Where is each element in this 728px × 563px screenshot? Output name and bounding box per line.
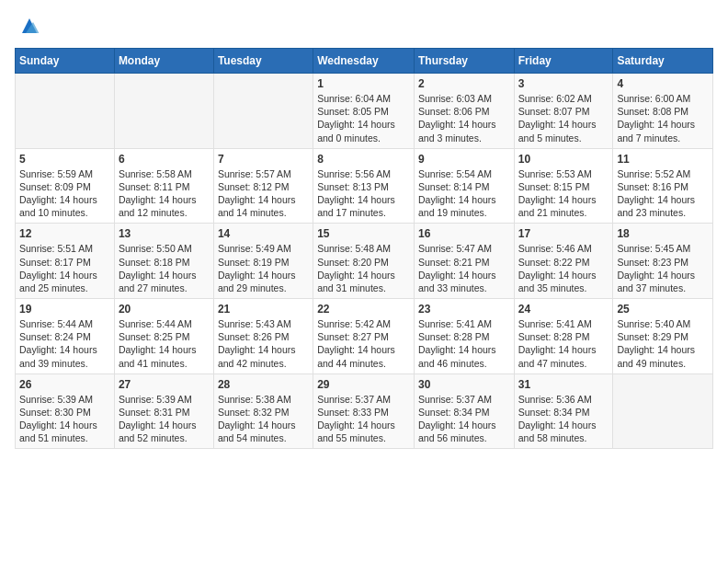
- day-info: Sunrise: 5:45 AMSunset: 8:23 PMDaylight:…: [617, 242, 709, 294]
- day-number: 9: [418, 153, 510, 166]
- day-info: Sunrise: 6:03 AMSunset: 8:06 PMDaylight:…: [418, 92, 510, 144]
- calendar-cell: 5Sunrise: 5:59 AMSunset: 8:09 PMDaylight…: [16, 148, 115, 224]
- logo: [15, 15, 40, 37]
- day-number: 13: [119, 227, 210, 240]
- day-of-week-header: Tuesday: [213, 49, 313, 74]
- calendar-cell: [613, 373, 713, 449]
- day-of-week-header: Friday: [514, 49, 613, 74]
- calendar-cell: 27Sunrise: 5:39 AMSunset: 8:31 PMDayligh…: [114, 373, 213, 449]
- day-number: 18: [617, 227, 709, 240]
- calendar-cell: 24Sunrise: 5:41 AMSunset: 8:28 PMDayligh…: [514, 299, 613, 374]
- calendar-week-row: 19Sunrise: 5:44 AMSunset: 8:24 PMDayligh…: [16, 299, 713, 374]
- day-number: 26: [19, 378, 110, 391]
- day-number: 1: [317, 77, 410, 90]
- calendar-cell: 2Sunrise: 6:03 AMSunset: 8:06 PMDaylight…: [414, 74, 514, 149]
- calendar-cell: 15Sunrise: 5:48 AMSunset: 8:20 PMDayligh…: [313, 224, 415, 299]
- day-info: Sunrise: 5:50 AMSunset: 8:18 PMDaylight:…: [119, 242, 210, 294]
- calendar-cell: 7Sunrise: 5:57 AMSunset: 8:12 PMDaylight…: [213, 148, 313, 224]
- day-number: 7: [218, 153, 309, 166]
- logo-icon: [18, 15, 40, 37]
- day-info: Sunrise: 5:48 AMSunset: 8:20 PMDaylight:…: [317, 242, 410, 294]
- calendar-cell: 23Sunrise: 5:41 AMSunset: 8:28 PMDayligh…: [414, 299, 514, 374]
- day-info: Sunrise: 5:46 AMSunset: 8:22 PMDaylight:…: [518, 242, 609, 294]
- calendar-cell: 13Sunrise: 5:50 AMSunset: 8:18 PMDayligh…: [114, 224, 213, 299]
- day-number: 14: [218, 227, 309, 240]
- day-number: 17: [518, 227, 609, 240]
- day-info: Sunrise: 5:47 AMSunset: 8:21 PMDaylight:…: [418, 242, 510, 294]
- day-number: 25: [617, 303, 709, 316]
- page-header: [15, 15, 713, 37]
- day-of-week-header: Monday: [114, 49, 213, 74]
- day-number: 22: [317, 303, 410, 316]
- day-number: 19: [19, 303, 110, 316]
- day-number: 31: [518, 378, 609, 391]
- day-number: 4: [617, 77, 709, 90]
- day-number: 28: [218, 378, 309, 391]
- day-info: Sunrise: 5:41 AMSunset: 8:28 PMDaylight:…: [518, 317, 609, 370]
- calendar-cell: 17Sunrise: 5:46 AMSunset: 8:22 PMDayligh…: [514, 224, 613, 299]
- calendar-cell: 8Sunrise: 5:56 AMSunset: 8:13 PMDaylight…: [313, 148, 415, 224]
- calendar-cell: 20Sunrise: 5:44 AMSunset: 8:25 PMDayligh…: [114, 299, 213, 374]
- day-of-week-header: Wednesday: [313, 49, 415, 74]
- day-number: 5: [19, 153, 110, 166]
- calendar-cell: 31Sunrise: 5:36 AMSunset: 8:34 PMDayligh…: [514, 373, 613, 449]
- day-info: Sunrise: 5:43 AMSunset: 8:26 PMDaylight:…: [218, 317, 309, 370]
- day-number: 30: [418, 378, 510, 391]
- calendar-cell: 12Sunrise: 5:51 AMSunset: 8:17 PMDayligh…: [16, 224, 115, 299]
- day-number: 3: [518, 77, 609, 90]
- calendar-cell: 10Sunrise: 5:53 AMSunset: 8:15 PMDayligh…: [514, 148, 613, 224]
- day-info: Sunrise: 5:36 AMSunset: 8:34 PMDaylight:…: [518, 393, 609, 445]
- day-info: Sunrise: 5:56 AMSunset: 8:13 PMDaylight:…: [317, 167, 410, 220]
- day-of-week-header: Sunday: [16, 49, 115, 74]
- day-info: Sunrise: 5:59 AMSunset: 8:09 PMDaylight:…: [19, 167, 110, 220]
- day-number: 21: [218, 303, 309, 316]
- day-info: Sunrise: 5:54 AMSunset: 8:14 PMDaylight:…: [418, 167, 510, 220]
- calendar-cell: 22Sunrise: 5:42 AMSunset: 8:27 PMDayligh…: [313, 299, 415, 374]
- calendar-cell: 29Sunrise: 5:37 AMSunset: 8:33 PMDayligh…: [313, 373, 415, 449]
- day-info: Sunrise: 5:41 AMSunset: 8:28 PMDaylight:…: [418, 317, 510, 370]
- calendar-cell: 19Sunrise: 5:44 AMSunset: 8:24 PMDayligh…: [16, 299, 115, 374]
- day-number: 6: [119, 153, 210, 166]
- day-number: 27: [119, 378, 210, 391]
- calendar-cell: 11Sunrise: 5:52 AMSunset: 8:16 PMDayligh…: [613, 148, 713, 224]
- day-info: Sunrise: 5:44 AMSunset: 8:25 PMDaylight:…: [119, 317, 210, 370]
- calendar-cell: 1Sunrise: 6:04 AMSunset: 8:05 PMDaylight…: [313, 74, 415, 149]
- day-info: Sunrise: 5:49 AMSunset: 8:19 PMDaylight:…: [218, 242, 309, 294]
- calendar-cell: 26Sunrise: 5:39 AMSunset: 8:30 PMDayligh…: [16, 373, 115, 449]
- day-number: 20: [119, 303, 210, 316]
- day-of-week-header: Thursday: [414, 49, 514, 74]
- calendar-week-row: 1Sunrise: 6:04 AMSunset: 8:05 PMDaylight…: [16, 74, 713, 149]
- day-info: Sunrise: 6:02 AMSunset: 8:07 PMDaylight:…: [518, 92, 609, 144]
- day-number: 2: [418, 77, 510, 90]
- calendar-cell: 25Sunrise: 5:40 AMSunset: 8:29 PMDayligh…: [613, 299, 713, 374]
- day-info: Sunrise: 5:53 AMSunset: 8:15 PMDaylight:…: [518, 167, 609, 220]
- day-info: Sunrise: 5:57 AMSunset: 8:12 PMDaylight:…: [218, 167, 309, 220]
- day-info: Sunrise: 5:58 AMSunset: 8:11 PMDaylight:…: [119, 167, 210, 220]
- calendar-cell: 16Sunrise: 5:47 AMSunset: 8:21 PMDayligh…: [414, 224, 514, 299]
- day-info: Sunrise: 5:44 AMSunset: 8:24 PMDaylight:…: [19, 317, 110, 370]
- calendar-cell: [114, 74, 213, 149]
- day-info: Sunrise: 6:04 AMSunset: 8:05 PMDaylight:…: [317, 92, 410, 144]
- calendar-cell: [213, 74, 313, 149]
- day-number: 12: [19, 227, 110, 240]
- calendar-cell: 18Sunrise: 5:45 AMSunset: 8:23 PMDayligh…: [613, 224, 713, 299]
- day-info: Sunrise: 5:39 AMSunset: 8:31 PMDaylight:…: [119, 393, 210, 445]
- day-info: Sunrise: 5:52 AMSunset: 8:16 PMDaylight:…: [617, 167, 709, 220]
- calendar-cell: [16, 74, 115, 149]
- day-info: Sunrise: 5:40 AMSunset: 8:29 PMDaylight:…: [617, 317, 709, 370]
- day-info: Sunrise: 5:51 AMSunset: 8:17 PMDaylight:…: [19, 242, 110, 294]
- day-number: 24: [518, 303, 609, 316]
- calendar-cell: 28Sunrise: 5:38 AMSunset: 8:32 PMDayligh…: [213, 373, 313, 449]
- calendar-cell: 6Sunrise: 5:58 AMSunset: 8:11 PMDaylight…: [114, 148, 213, 224]
- calendar-cell: 9Sunrise: 5:54 AMSunset: 8:14 PMDaylight…: [414, 148, 514, 224]
- day-info: Sunrise: 5:38 AMSunset: 8:32 PMDaylight:…: [218, 393, 309, 445]
- day-number: 15: [317, 227, 410, 240]
- calendar-table: SundayMondayTuesdayWednesdayThursdayFrid…: [15, 48, 713, 449]
- calendar-cell: 4Sunrise: 6:00 AMSunset: 8:08 PMDaylight…: [613, 74, 713, 149]
- day-number: 10: [518, 153, 609, 166]
- day-number: 11: [617, 153, 709, 166]
- calendar-week-row: 5Sunrise: 5:59 AMSunset: 8:09 PMDaylight…: [16, 148, 713, 224]
- day-number: 16: [418, 227, 510, 240]
- day-info: Sunrise: 6:00 AMSunset: 8:08 PMDaylight:…: [617, 92, 709, 144]
- day-number: 8: [317, 153, 410, 166]
